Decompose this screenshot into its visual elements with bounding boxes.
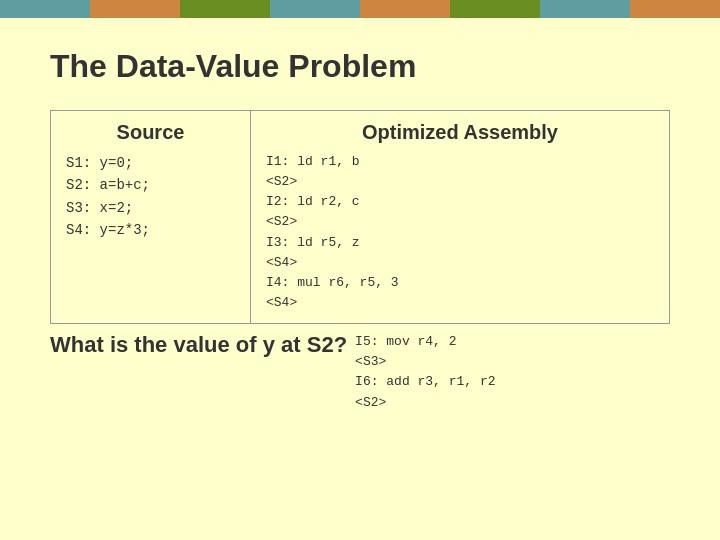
question-text: What is the value of y at S2? <box>50 332 347 358</box>
source-code-block: S1: y=0; S2: a=b+c; S3: x=2; S4: y=z*3; <box>66 152 235 242</box>
asm-line-8: <S4> <box>266 293 654 313</box>
source-line-3: S3: x=2; <box>66 197 235 219</box>
main-content: The Data-Value Problem Source S1: y=0; S… <box>0 18 720 433</box>
rem-asm-line-4: <S2> <box>355 393 495 413</box>
asm-line-4: <S2> <box>266 212 654 232</box>
asm-line-5: I3: ld r5, z <box>266 233 654 253</box>
asm-line-7: I4: mul r6, r5, 3 <box>266 273 654 293</box>
bottom-section: What is the value of y at S2? I5: mov r4… <box>50 332 670 413</box>
asm-line-2: <S2> <box>266 172 654 192</box>
bar-segment-5 <box>360 0 450 18</box>
bar-segment-2 <box>90 0 180 18</box>
asm-line-1: I1: ld r1, b <box>266 152 654 172</box>
source-line-4: S4: y=z*3; <box>66 219 235 241</box>
bar-segment-6 <box>450 0 540 18</box>
bar-segment-1 <box>0 0 90 18</box>
asm-line-3: I2: ld r2, c <box>266 192 654 212</box>
optimized-header: Optimized Assembly <box>266 121 654 144</box>
bar-segment-4 <box>270 0 360 18</box>
asm-code-block: I1: ld r1, b <S2> I2: ld r2, c <S2> I3: … <box>266 152 654 313</box>
optimized-column: Optimized Assembly I1: ld r1, b <S2> I2:… <box>251 111 669 323</box>
page-title: The Data-Value Problem <box>50 48 670 85</box>
source-line-2: S2: a=b+c; <box>66 174 235 196</box>
source-column: Source S1: y=0; S2: a=b+c; S3: x=2; S4: … <box>51 111 251 323</box>
bar-segment-3 <box>180 0 270 18</box>
asm-line-6: <S4> <box>266 253 654 273</box>
top-decorative-bar <box>0 0 720 18</box>
bar-segment-8 <box>630 0 720 18</box>
remaining-asm-block: I5: mov r4, 2 <S3> I6: add r3, r1, r2 <S… <box>355 332 495 413</box>
source-line-1: S1: y=0; <box>66 152 235 174</box>
bar-segment-7 <box>540 0 630 18</box>
comparison-table: Source S1: y=0; S2: a=b+c; S3: x=2; S4: … <box>50 110 670 324</box>
rem-asm-line-3: I6: add r3, r1, r2 <box>355 372 495 392</box>
rem-asm-line-2: <S3> <box>355 352 495 372</box>
source-header: Source <box>66 121 235 144</box>
rem-asm-line-1: I5: mov r4, 2 <box>355 332 495 352</box>
